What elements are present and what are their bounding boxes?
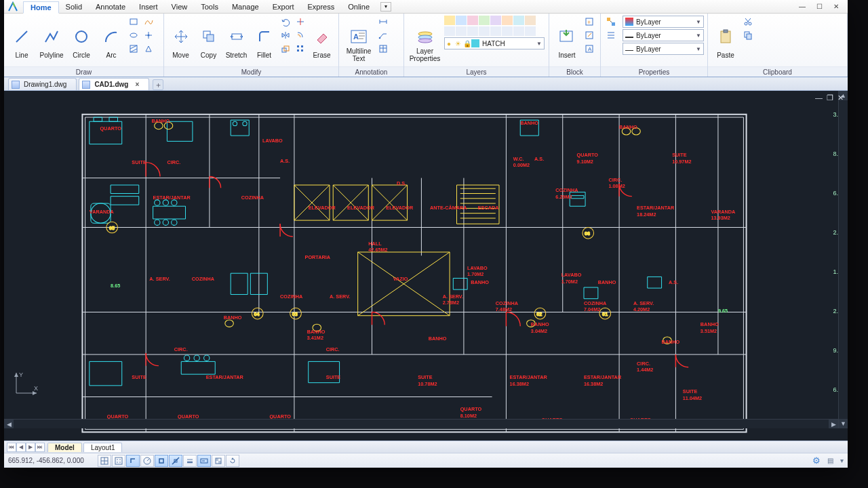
svg-point-113 bbox=[155, 220, 160, 225]
layout-tab-layout1[interactable]: Layout1 bbox=[83, 443, 123, 452]
menu-tab-express[interactable]: Express bbox=[301, 1, 342, 12]
trim-icon[interactable] bbox=[294, 16, 307, 28]
snap-toggle[interactable] bbox=[98, 455, 111, 467]
erase-button[interactable]: Erase bbox=[309, 16, 334, 63]
rotate-icon[interactable] bbox=[279, 16, 292, 28]
menu-tab-view[interactable]: View bbox=[165, 1, 195, 12]
scroll-right-icon[interactable]: ▶ bbox=[829, 420, 838, 428]
scroll-left-icon[interactable]: ◀ bbox=[4, 420, 14, 428]
viewport-minimize-icon[interactable]: — bbox=[815, 94, 823, 102]
layer-tool-icons[interactable] bbox=[444, 26, 545, 36]
grid-toggle[interactable] bbox=[112, 455, 125, 467]
menu-tab-manage[interactable]: Manage bbox=[225, 1, 266, 12]
mirror-icon[interactable] bbox=[279, 29, 292, 41]
svg-point-139 bbox=[225, 320, 234, 327]
document-tab[interactable]: CAD1.dwg× bbox=[79, 78, 149, 90]
array-icon[interactable] bbox=[294, 43, 307, 55]
ortho-toggle[interactable] bbox=[126, 455, 140, 467]
menu-tab-home[interactable]: Home bbox=[23, 1, 59, 14]
lineweight-dropdown[interactable]: ByLayer▼ bbox=[623, 29, 704, 41]
svg-point-111 bbox=[163, 200, 168, 205]
edit-block-icon[interactable] bbox=[583, 29, 595, 41]
horizontal-scrollbar[interactable]: ◀▶ bbox=[4, 419, 838, 428]
copy-clip-icon[interactable] bbox=[742, 29, 754, 41]
svg-text:ESCADA: ESCADA bbox=[478, 205, 499, 211]
paste-button[interactable]: Paste bbox=[712, 16, 739, 63]
svg-rect-117 bbox=[111, 197, 139, 205]
menu-tab-export[interactable]: Export bbox=[266, 1, 301, 12]
match-properties-icon[interactable] bbox=[605, 16, 617, 28]
window-close-icon[interactable]: ✕ bbox=[829, 1, 844, 11]
ribbon-overflow-icon[interactable]: ▾ bbox=[380, 2, 391, 12]
status-menu-icon[interactable]: ▤ bbox=[827, 457, 833, 464]
drawing-canvas[interactable]: ◂▸ — ❐ ✕ bbox=[4, 91, 848, 441]
menu-tab-annotate[interactable]: Annotate bbox=[89, 1, 132, 12]
svg-marker-246 bbox=[14, 373, 18, 377]
settings-gear-icon[interactable]: ⚙ bbox=[812, 455, 821, 466]
polyline-button[interactable]: Polyline bbox=[38, 16, 65, 63]
status-expand-icon[interactable]: ▾ bbox=[840, 457, 844, 464]
list-icon[interactable] bbox=[605, 29, 617, 41]
scale-icon[interactable] bbox=[279, 43, 292, 55]
svg-text:05: 05 bbox=[109, 225, 115, 231]
offset-icon[interactable] bbox=[294, 29, 307, 41]
layer-state-icons[interactable] bbox=[444, 16, 545, 25]
region-icon[interactable] bbox=[142, 43, 155, 55]
window-maximize-icon[interactable]: ☐ bbox=[812, 1, 827, 11]
layout-tab-model[interactable]: Model bbox=[47, 443, 82, 452]
linetype-dropdown[interactable]: ByLayer▼ bbox=[623, 43, 704, 55]
svg-text:LAVABO: LAVABO bbox=[262, 138, 283, 144]
new-tab-button[interactable]: ＋ bbox=[153, 79, 163, 90]
cycling-toggle[interactable] bbox=[226, 455, 239, 467]
menu-tab-insert[interactable]: Insert bbox=[132, 1, 165, 12]
svg-point-115 bbox=[172, 220, 177, 225]
dyn-input-toggle[interactable] bbox=[197, 455, 211, 467]
lineweight-toggle[interactable] bbox=[183, 455, 197, 467]
document-tab[interactable]: Drawing1.dwg bbox=[8, 78, 77, 90]
block-attr-icon[interactable]: A bbox=[583, 43, 595, 55]
ellipse-icon[interactable] bbox=[127, 29, 140, 41]
current-layer-dropdown[interactable]: ● ☀ 🔒 HATCH ▼ bbox=[444, 37, 545, 49]
circle-button[interactable]: Circle bbox=[68, 16, 95, 63]
table-icon[interactable] bbox=[377, 43, 389, 55]
tab-nav-next-icon[interactable]: ▶ bbox=[26, 443, 35, 452]
fillet-button[interactable]: Fillet bbox=[252, 16, 277, 63]
svg-text:SUITE: SUITE bbox=[326, 374, 341, 380]
copy-button[interactable]: Copy bbox=[196, 16, 221, 63]
insert-block-button[interactable]: Insert bbox=[553, 16, 580, 63]
multiline-text-button[interactable]: AMultiline Text bbox=[343, 16, 374, 63]
menu-tab-solid[interactable]: Solid bbox=[59, 1, 89, 12]
hatch-icon[interactable] bbox=[127, 43, 140, 55]
point-icon[interactable] bbox=[142, 29, 155, 41]
viewport-close-icon[interactable]: ✕ bbox=[837, 94, 844, 102]
spline-icon[interactable] bbox=[142, 16, 155, 28]
line-button[interactable]: Line bbox=[8, 16, 35, 63]
move-button[interactable]: Move bbox=[168, 16, 193, 63]
tab-nav-first-icon[interactable]: ⏮ bbox=[7, 443, 16, 452]
window-minimize-icon[interactable]: — bbox=[795, 1, 810, 11]
polar-toggle[interactable] bbox=[140, 455, 154, 467]
cut-icon[interactable] bbox=[742, 16, 754, 28]
vertical-scrollbar[interactable]: ▲▼ bbox=[838, 91, 848, 428]
leader-icon[interactable] bbox=[377, 29, 389, 41]
dimension-icon[interactable] bbox=[377, 16, 389, 28]
menu-tab-online[interactable]: Online bbox=[341, 1, 376, 12]
menu-tab-tools[interactable]: Tools bbox=[194, 1, 225, 12]
transparency-toggle[interactable] bbox=[212, 455, 225, 467]
svg-rect-134 bbox=[648, 277, 662, 288]
viewport-restore-icon[interactable]: ❐ bbox=[827, 94, 833, 102]
osnap-toggle[interactable] bbox=[155, 455, 168, 467]
arc-button[interactable]: Arc bbox=[98, 16, 125, 63]
svg-text:COZINHA: COZINHA bbox=[584, 300, 607, 306]
close-tab-icon[interactable]: × bbox=[135, 81, 139, 88]
layer-properties-button[interactable]: Layer Properties bbox=[408, 16, 441, 63]
scroll-down-icon[interactable]: ▼ bbox=[839, 419, 848, 428]
color-dropdown[interactable]: ByLayer▼ bbox=[623, 16, 704, 28]
otrack-toggle[interactable] bbox=[169, 455, 182, 467]
tab-nav-prev-icon[interactable]: ◀ bbox=[16, 443, 26, 452]
tab-nav-last-icon[interactable]: ⏭ bbox=[35, 443, 45, 452]
svg-text:8.65: 8.65 bbox=[111, 283, 120, 289]
create-block-icon[interactable]: + bbox=[583, 16, 595, 28]
rectangle-icon[interactable] bbox=[127, 16, 140, 28]
stretch-button[interactable]: Stretch bbox=[224, 16, 249, 63]
